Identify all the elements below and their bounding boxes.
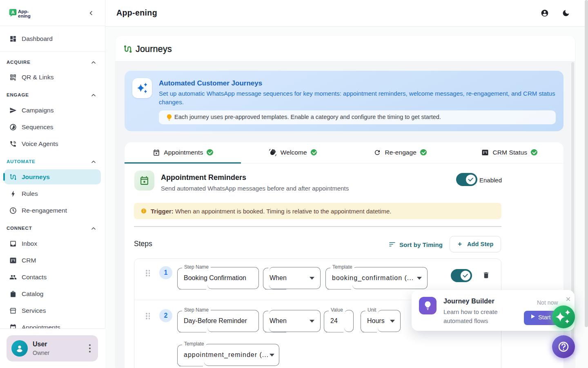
svg-text:A: A: [11, 10, 14, 15]
